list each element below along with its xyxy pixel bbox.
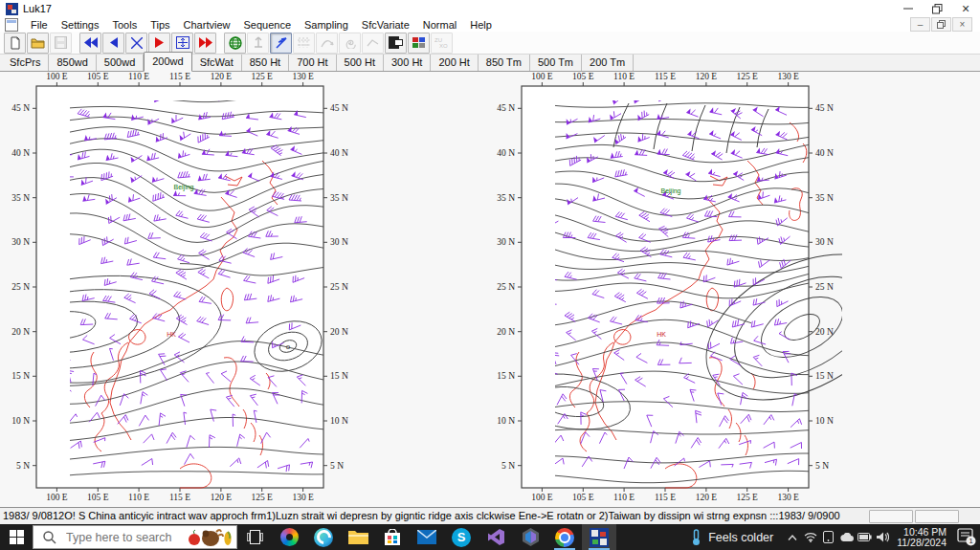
mdi-close-button[interactable]: × bbox=[952, 17, 972, 32]
svg-text:115 E: 115 E bbox=[169, 493, 190, 502]
status-cell-2 bbox=[915, 510, 959, 523]
color-palette-button[interactable] bbox=[408, 33, 430, 54]
notification-icon: 1 bbox=[957, 528, 976, 546]
taskbar-app-luk17[interactable] bbox=[582, 524, 616, 550]
minimize-button[interactable] bbox=[894, 0, 923, 17]
task-view-button[interactable] bbox=[237, 524, 272, 550]
taskbar-weather[interactable]: Feels colder bbox=[681, 524, 783, 550]
menu-item-tools[interactable]: Tools bbox=[105, 19, 144, 31]
your-phone-icon[interactable] bbox=[819, 524, 837, 550]
tab-850-ht[interactable]: 850 Ht bbox=[242, 55, 289, 71]
taskbar-app-visual-studio[interactable] bbox=[479, 524, 513, 550]
fit-window-button[interactable] bbox=[171, 33, 193, 54]
battery-icon[interactable] bbox=[856, 524, 874, 550]
fast-forward-button[interactable] bbox=[194, 33, 216, 54]
spiral-tool-button bbox=[339, 33, 361, 54]
weather-chart-right[interactable]: 100 E100 E105 E105 E110 E110 E115 E115 E… bbox=[488, 72, 850, 507]
taskbar-search-box[interactable] bbox=[33, 525, 237, 549]
svg-text:45 N: 45 N bbox=[497, 103, 515, 113]
tab-200-ht[interactable]: 200 Ht bbox=[431, 55, 478, 71]
mdi-restore-button[interactable] bbox=[931, 17, 951, 32]
task-view-icon bbox=[247, 530, 263, 544]
taskbar-app-file-explorer[interactable] bbox=[341, 524, 375, 550]
close-chart-button[interactable] bbox=[125, 33, 147, 54]
svg-text:110 E: 110 E bbox=[128, 72, 149, 81]
globe-button[interactable] bbox=[224, 33, 246, 54]
taskbar-clock[interactable]: 10:46 PM 11/28/2024 bbox=[892, 527, 953, 548]
menu-item-sampling[interactable]: Sampling bbox=[298, 19, 355, 31]
menu-item-chartview[interactable]: Chartview bbox=[177, 19, 237, 31]
tomato-icon bbox=[189, 534, 200, 545]
search-input[interactable] bbox=[64, 530, 192, 545]
upper-air-icon bbox=[253, 36, 264, 49]
svg-text:35 N: 35 N bbox=[330, 193, 348, 203]
mdi-minimize-button[interactable]: – bbox=[910, 17, 930, 32]
title-bar: Luk17 × bbox=[0, 0, 980, 17]
edge-icon bbox=[314, 528, 333, 547]
speaker-icon[interactable] bbox=[874, 524, 892, 550]
menu-item-settings[interactable]: Settings bbox=[55, 19, 106, 31]
svg-text:25 N: 25 N bbox=[330, 282, 348, 292]
tab-850-tm[interactable]: 850 Tm bbox=[479, 55, 530, 71]
menu-item-file[interactable]: File bbox=[24, 19, 55, 31]
svg-text:15 N: 15 N bbox=[330, 371, 348, 381]
restore-button[interactable] bbox=[923, 0, 951, 17]
svg-text:100 E: 100 E bbox=[531, 72, 553, 81]
tab-500-tm[interactable]: 500 Tm bbox=[530, 55, 582, 71]
svg-text:35 N: 35 N bbox=[497, 193, 515, 203]
map-label-beijing: Beijing bbox=[173, 184, 193, 191]
tab-sfcprs[interactable]: SfcPrs bbox=[2, 55, 49, 71]
tray-overflow-chevron-icon[interactable] bbox=[783, 524, 801, 550]
taskbar-app-chrome[interactable] bbox=[547, 524, 582, 550]
tab-200wd[interactable]: 200wd bbox=[144, 52, 191, 72]
rewind-button[interactable] bbox=[79, 33, 101, 54]
taskbar-app-skype[interactable]: S bbox=[444, 524, 479, 550]
menu-item-help[interactable]: Help bbox=[463, 19, 499, 31]
tab-sfcwat[interactable]: SfcWat bbox=[192, 55, 242, 71]
step-back-button[interactable] bbox=[102, 33, 124, 54]
action-center-button[interactable]: 1 bbox=[953, 524, 980, 550]
map-label-beijing: Beijing bbox=[660, 187, 680, 195]
svg-text:30 N: 30 N bbox=[330, 237, 348, 247]
onedrive-cloud-icon[interactable] bbox=[837, 524, 856, 550]
weather-chart-left[interactable]: 100 E100 E105 E105 E110 E110 E115 E115 E… bbox=[3, 72, 365, 507]
step-back-icon bbox=[110, 37, 118, 48]
svg-text:40 N: 40 N bbox=[815, 148, 834, 158]
grid-lines-icon bbox=[298, 37, 311, 48]
svg-text:105 E: 105 E bbox=[572, 493, 594, 502]
notification-badge: 1 bbox=[969, 537, 972, 545]
taskbar-app-edge[interactable] bbox=[306, 524, 341, 550]
taskbar-app-store[interactable] bbox=[375, 524, 410, 550]
chart-client-area: 100 E100 E105 E105 E110 E110 E115 E115 E… bbox=[0, 72, 980, 507]
clock-time: 10:46 PM bbox=[897, 527, 947, 538]
new-file-button[interactable] bbox=[4, 33, 26, 54]
taskbar-app-copilot[interactable] bbox=[272, 524, 306, 550]
menu-item-sfcvariate[interactable]: SfcVariate bbox=[355, 19, 416, 31]
start-button[interactable] bbox=[0, 524, 33, 550]
svg-text:100 E: 100 E bbox=[46, 493, 68, 502]
tab-300-ht[interactable]: 300 Ht bbox=[384, 55, 431, 71]
close-button[interactable]: × bbox=[951, 0, 980, 17]
menu-item-normal[interactable]: Normal bbox=[416, 19, 463, 31]
taskbar-app-hex[interactable] bbox=[513, 524, 547, 550]
tab-500wd[interactable]: 500wd bbox=[97, 55, 144, 71]
wifi-icon[interactable] bbox=[801, 524, 819, 550]
tab-200-tm[interactable]: 200 Tm bbox=[582, 55, 634, 71]
svg-text:35 N: 35 N bbox=[815, 193, 834, 203]
open-file-button[interactable] bbox=[27, 33, 49, 54]
tab-700-ht[interactable]: 700 Ht bbox=[289, 55, 336, 71]
mdi-document-icon[interactable] bbox=[5, 18, 18, 32]
tab-500-ht[interactable]: 500 Ht bbox=[337, 55, 384, 71]
grid-lines-button bbox=[293, 33, 315, 54]
menu-item-sequence[interactable]: Sequence bbox=[236, 19, 298, 31]
thanksgiving-search-art[interactable] bbox=[188, 527, 234, 546]
panel-layout-button[interactable] bbox=[385, 33, 407, 54]
tab-850wd[interactable]: 850wd bbox=[49, 55, 96, 71]
play-button[interactable] bbox=[148, 33, 170, 54]
chrome-icon bbox=[555, 528, 574, 547]
menu-item-tips[interactable]: Tips bbox=[144, 19, 176, 31]
visual-studio-icon bbox=[487, 528, 505, 546]
wind-barb-button[interactable] bbox=[270, 33, 292, 54]
thermometer-icon bbox=[691, 529, 702, 546]
taskbar-app-mail[interactable] bbox=[410, 524, 444, 550]
